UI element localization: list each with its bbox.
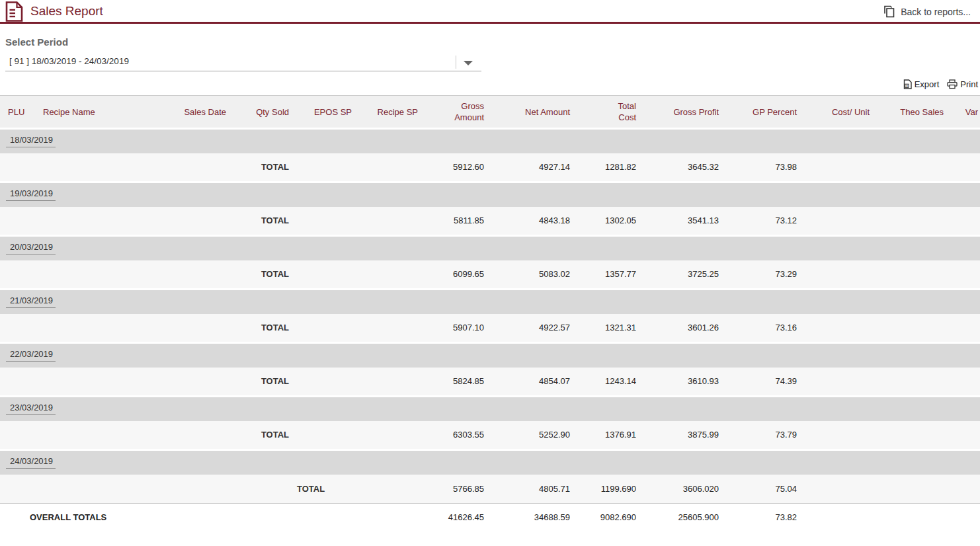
net-amount-value: 4922.57 [486,314,572,343]
date-group-row: 21/03/2019 [0,290,980,314]
total-cost-value: 1302.05 [572,207,638,236]
gross-amount-value: 41626.45 [420,504,486,531]
col-header-plu: PLU [0,96,33,129]
net-amount-value: 5252.90 [486,421,572,450]
net-amount-value: 4805.71 [486,475,572,504]
excel-file-icon: x [903,79,912,89]
gross-profit-value: 3645.32 [638,153,721,182]
period-dropdown[interactable]: [ 91 ] 18/03/2019 - 24/03/2019 [5,54,481,71]
date-group-row: 20/03/2019 [0,236,980,260]
report-toolbar: x Export Print [0,79,978,89]
total-label: TOTAL [228,368,291,397]
gross-amount-value: 5907.10 [420,314,486,343]
net-amount-value: 4843.18 [486,207,572,236]
back-to-reports-label: Back to reports... [901,7,971,17]
total-label: TOTAL [228,153,291,182]
back-to-reports-button[interactable]: Back to reports... [882,5,971,18]
total-cost-value: 1321.31 [572,314,638,343]
group-total-row: TOTAL 5912.60 4927.14 1281.82 3645.32 73… [0,153,980,182]
net-amount-value: 4927.14 [486,153,572,182]
group-total-row: TOTAL 5907.10 4922.57 1321.31 3601.26 73… [0,314,980,343]
top-bar: Sales Report Back to reports... [0,0,980,24]
gp-percent-value: 75.04 [721,475,799,504]
group-total-row: TOTAL 6099.65 5083.02 1357.77 3725.25 73… [0,260,980,290]
date-link[interactable]: 23/03/2019 [6,403,56,415]
print-button[interactable]: Print [947,79,978,89]
total-cost-value: 1281.82 [572,153,638,182]
total-label: TOTAL [228,314,291,343]
chevron-down-icon [464,61,473,65]
date-group-row: 22/03/2019 [0,343,980,368]
table-header: PLU Recipe Name Sales Date Qty Sold EPOS… [0,96,980,129]
col-header-gross-profit: Gross Profit [638,96,721,129]
total-label: TOTAL [228,260,291,290]
date-group-row: 24/03/2019 [0,450,980,475]
gross-profit-value: 3725.25 [638,260,721,290]
period-section: Select Period [ 91 ] 18/03/2019 - 24/03/… [5,36,980,71]
total-label: TOTAL [228,421,291,450]
dropdown-separator [456,56,456,69]
gp-percent-value: 73.12 [721,207,799,236]
date-group-row: 23/03/2019 [0,397,980,421]
col-header-qty-sold: Qty Sold [228,96,291,129]
total-cost-value: 1243.14 [572,368,638,397]
col-header-theo-sales: Theo Sales [872,96,946,129]
total-cost-value: 9082.690 [572,504,638,531]
gross-profit-value: 25605.900 [638,504,721,531]
printer-icon [947,79,958,89]
overall-totals-row: OVERALL TOTALS 41626.45 34688.59 9082.69… [0,504,980,531]
col-header-epos-sp: EPOS SP [291,96,354,129]
net-amount-value: 4854.07 [486,368,572,397]
total-cost-value: 1357.77 [572,260,638,290]
net-amount-value: 34688.59 [486,504,572,531]
gp-percent-value: 74.39 [721,368,799,397]
header-row: PLU Recipe Name Sales Date Qty Sold EPOS… [0,96,980,129]
gross-amount-value: 5824.85 [420,368,486,397]
gross-amount-value: 5766.85 [420,475,486,504]
group-total-row: TOTAL 5811.85 4843.18 1302.05 3541.13 73… [0,207,980,236]
col-header-recipe-name: Recipe Name [33,96,149,129]
gross-profit-value: 3606.020 [638,475,721,504]
col-header-cost-unit: Cost/ Unit [799,96,872,129]
copy-pages-icon [882,5,896,18]
col-header-gross-amount: Gross Amount [420,96,486,129]
gross-amount-value: 5811.85 [420,207,486,236]
gross-profit-value: 3541.13 [638,207,721,236]
date-link[interactable]: 20/03/2019 [6,242,56,254]
col-header-total-cost: Total Cost [572,96,638,129]
report-document-icon [5,1,23,22]
sales-report-table: PLU Recipe Name Sales Date Qty Sold EPOS… [0,95,980,531]
period-dropdown-value: [ 91 ] 18/03/2019 - 24/03/2019 [5,54,481,69]
gross-profit-value: 3601.26 [638,314,721,343]
col-header-sales-date: Sales Date [149,96,228,129]
print-label: Print [960,79,978,89]
gross-profit-value: 3875.99 [638,421,721,450]
group-total-row: TOTAL 5824.85 4854.07 1243.14 3610.93 74… [0,368,980,397]
gross-amount-value: 6303.55 [420,421,486,450]
date-link[interactable]: 22/03/2019 [6,349,56,362]
date-link[interactable]: 21/03/2019 [6,295,56,308]
export-button[interactable]: x Export [903,79,940,89]
overall-totals-label: OVERALL TOTALS [0,504,149,531]
gross-amount-value: 6099.65 [420,260,486,290]
date-link[interactable]: 19/03/2019 [6,188,56,201]
gp-percent-value: 73.79 [721,421,799,450]
gross-profit-value: 3610.93 [638,368,721,397]
total-cost-value: 1199.690 [572,475,638,504]
col-header-var: Var [946,96,980,129]
page-title: Sales Report [30,4,103,19]
group-total-row: TOTAL 6303.55 5252.90 1376.91 3875.99 73… [0,421,980,450]
gross-amount-value: 5912.60 [420,153,486,182]
col-header-gp-percent: GP Percent [721,96,799,129]
col-header-recipe-sp: Recipe SP [354,96,420,129]
gp-percent-value: 73.16 [721,314,799,343]
gp-percent-value: 73.98 [721,153,799,182]
group-total-row: TOTAL 5766.85 4805.71 1199.690 3606.020 … [0,475,980,504]
select-period-label: Select Period [5,36,980,48]
net-amount-value: 5083.02 [486,260,572,290]
gp-percent-value: 73.29 [721,260,799,290]
date-group-row: 19/03/2019 [0,182,980,207]
date-link[interactable]: 24/03/2019 [6,456,56,469]
date-group-row: 18/03/2019 [0,129,980,153]
date-link[interactable]: 18/03/2019 [6,135,56,147]
